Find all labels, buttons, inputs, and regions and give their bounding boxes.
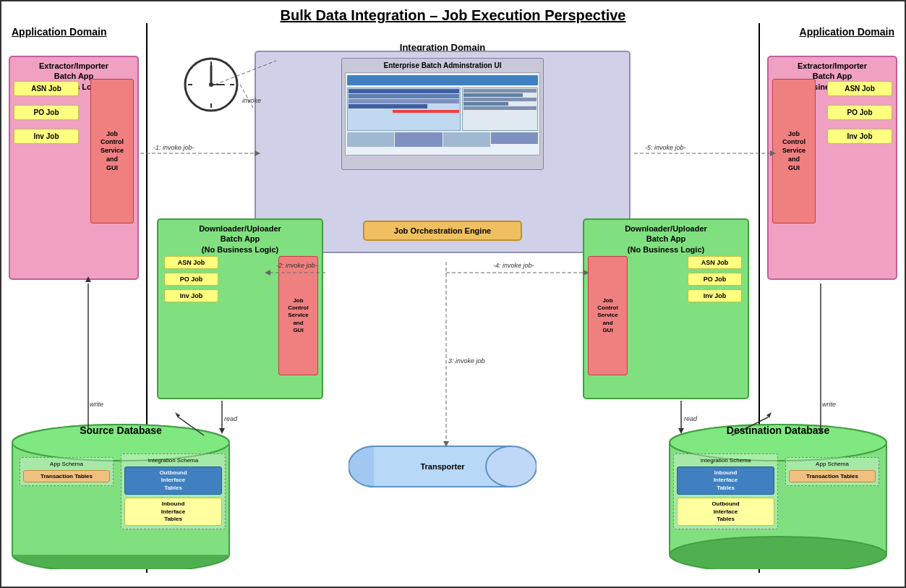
left-downloader-box: Downloader/UploaderBatch App(No Business…: [157, 218, 323, 399]
svg-text:-4: invoke job-: -4: invoke job-: [493, 262, 534, 269]
right-downloader-box: Downloader/UploaderBatch App(No Business…: [583, 218, 749, 399]
left-asn-job: ASN Job: [14, 81, 79, 96]
right-po-job: PO Job: [827, 105, 892, 120]
svg-line-26: [240, 85, 255, 110]
svg-point-17: [670, 537, 886, 569]
dest-transaction-tables: Transaction Tables: [789, 470, 876, 482]
svg-point-23: [486, 446, 537, 487]
svg-text:write: write: [90, 401, 103, 408]
left-jobs-list: ASN Job PO Job Inv Job: [14, 79, 79, 146]
source-database: Source Database App Schema Transaction T…: [9, 414, 240, 569]
source-integration-schema-label: Integration Schema: [124, 457, 222, 464]
right-inner-inv: Inv Job: [688, 289, 742, 302]
left-job-control: JobControlServiceandGUI: [90, 79, 134, 223]
left-inner-asn: ASN Job: [164, 256, 218, 269]
diagram-container: Bulk Data Integration – Job Execution Pe…: [0, 0, 906, 588]
left-inner-jobs: ASN Job PO Job Inv Job: [164, 256, 218, 302]
left-inner-inv: Inv Job: [164, 289, 218, 302]
destination-database: Destination Database Integration Schema …: [666, 414, 897, 569]
right-inner-jobs: ASN Job PO Job Inv Job: [688, 256, 742, 302]
right-inv-job: Inv Job: [827, 129, 892, 144]
enterprise-batch-title: Enterprise Batch Adminstration UI: [345, 61, 540, 69]
transporter-label: Transporter: [420, 462, 464, 471]
screen-mockup: [345, 72, 540, 155]
transporter-box: Transporter: [349, 441, 537, 492]
domain-label-right: Application Domain: [800, 26, 894, 38]
source-inbound-tables: InboundInterfaceTables: [124, 498, 222, 526]
source-transaction-tables: Transaction Tables: [23, 470, 110, 482]
svg-text:3: invoke job: 3: invoke job: [448, 357, 485, 365]
dest-app-schema-label: App Schema: [789, 461, 876, 467]
dest-integration-schema-label: Integration Schema: [677, 457, 774, 464]
left-downloader-title: Downloader/UploaderBatch App(No Business…: [162, 223, 318, 255]
source-app-schema-label: App Schema: [23, 461, 110, 467]
svg-text:write: write: [822, 401, 836, 408]
clock: [182, 56, 240, 114]
left-app-box: Extractor/ImporterBatch App(Business Log…: [9, 56, 139, 280]
main-title: Bulk Data Integration – Job Execution Pe…: [1, 1, 905, 27]
right-inner-po: PO Job: [688, 273, 742, 286]
left-inv-job: Inv Job: [14, 129, 79, 144]
svg-text:-5: invoke job-: -5: invoke job-: [645, 144, 686, 151]
domain-label-left: Application Domain: [12, 26, 106, 38]
left-inner-po: PO Job: [164, 273, 218, 286]
left-downloader-job-control: JobControlServiceandGUI: [278, 256, 318, 375]
right-downloader-title: Downloader/UploaderBatch App(No Business…: [588, 223, 744, 255]
dest-inbound-tables: InboundInterfaceTables: [677, 466, 774, 495]
dest-outbound-tables: OutboundInterfaceTables: [677, 498, 774, 526]
right-app-box: Extractor/ImporterBatch App(Business Log…: [767, 56, 897, 280]
right-job-control: JobControlServiceandGUI: [772, 79, 816, 223]
left-po-job: PO Job: [14, 105, 79, 120]
right-downloader-job-control: JobControlServiceandGUI: [588, 256, 628, 375]
right-inner-asn: ASN Job: [688, 256, 742, 269]
enterprise-batch-box: Enterprise Batch Adminstration UI: [341, 58, 544, 170]
right-jobs-list: ASN Job PO Job Inv Job: [827, 79, 892, 146]
dest-db-label: Destination Database: [666, 425, 890, 436]
right-asn-job: ASN Job: [827, 81, 892, 96]
source-db-label: Source Database: [9, 425, 233, 436]
source-outbound-tables: OutboundInterfaceTables: [124, 466, 222, 495]
svg-text:-1: invoke job-: -1: invoke job-: [153, 144, 195, 151]
orchestration-engine: Job Orchestration Engine: [363, 221, 522, 241]
